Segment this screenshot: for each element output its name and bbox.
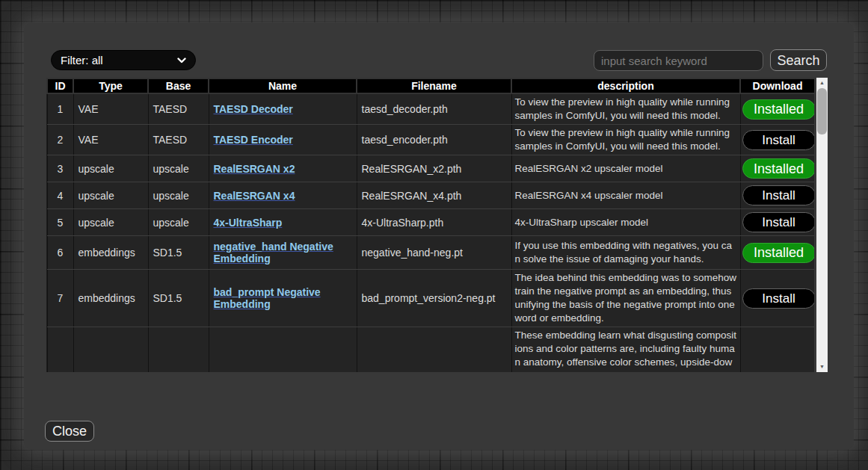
cell-type: VAE [73, 125, 148, 155]
cell-id: 7 [47, 270, 73, 327]
download-button[interactable]: Install [742, 130, 815, 150]
cell-name: TAESD Encoder [209, 125, 357, 155]
cell-type: upscale [73, 182, 148, 209]
cell-description: If you use this embedding with negatives… [511, 236, 740, 270]
cell-id: 6 [47, 236, 73, 270]
table-row: 7 embeddings SD1.5 bad_prompt Negative E… [47, 270, 814, 327]
cell-base: TAESD [148, 125, 209, 155]
cell-id: 4 [47, 182, 73, 209]
table-scrollbar[interactable]: ▲ ▼ [816, 78, 828, 372]
column-header-type: Type [73, 78, 148, 93]
cell-filename: RealESRGAN_x4.pth [357, 182, 511, 209]
cell-filename: negative_hand-neg.pt [357, 236, 511, 270]
cell-name: RealESRGAN x4 [209, 182, 357, 209]
model-name-link[interactable]: bad_prompt Negative Embedding [214, 286, 321, 310]
model-name-link[interactable]: TAESD Decoder [214, 103, 293, 115]
table-row: 4 upscale upscale RealESRGAN x4 RealESRG… [47, 182, 814, 209]
chevron-down-icon [177, 58, 186, 64]
cell-description: RealESRGAN x2 upscaler model [511, 155, 740, 182]
cell-type [73, 327, 148, 373]
table-row: 1 VAE TAESD TAESD Decoder taesd_decoder.… [47, 93, 814, 125]
cell-name: 4x-UltraSharp [209, 209, 357, 236]
download-button[interactable]: Install [742, 185, 815, 205]
column-header-name: Name [209, 78, 357, 93]
table-header-row: ID Type Base Name Filename description D… [47, 78, 814, 93]
cell-name: negative_hand Negative Embedding [209, 236, 357, 270]
table-row: These embedding learn what disgusting co… [47, 327, 814, 373]
column-header-base: Base [148, 78, 209, 93]
cell-download [740, 327, 814, 373]
cell-download: Installed [740, 155, 814, 182]
cell-id: 1 [47, 93, 73, 125]
cell-base: SD1.5 [148, 236, 209, 270]
close-button[interactable]: Close [45, 421, 94, 442]
cell-base: upscale [148, 155, 209, 182]
cell-filename: taesd_decoder.pth [357, 93, 511, 125]
cell-type: upscale [73, 155, 148, 182]
scroll-down-icon[interactable]: ▼ [816, 362, 828, 372]
cell-description: 4x-UltraSharp upscaler model [511, 209, 740, 236]
cell-description: To view the preview in high quality whil… [511, 125, 740, 155]
cell-base: upscale [148, 209, 209, 236]
cell-filename: taesd_encoder.pth [357, 125, 511, 155]
cell-base [148, 327, 209, 373]
models-table: ID Type Base Name Filename description D… [46, 78, 814, 372]
cell-download: Install [740, 209, 814, 236]
cell-filename: RealESRGAN_x2.pth [357, 155, 511, 182]
cell-description: These embedding learn what disgusting co… [511, 327, 740, 373]
download-button[interactable]: Install [742, 212, 815, 232]
cell-download: Install [740, 182, 814, 209]
filter-select[interactable]: Filter: all [51, 50, 196, 70]
table-row: 2 VAE TAESD TAESD Encoder taesd_encoder.… [47, 125, 814, 155]
cell-base: upscale [148, 182, 209, 209]
search-input[interactable] [594, 50, 763, 71]
cell-description: The idea behind this embedding was to so… [511, 270, 740, 327]
cell-filename [357, 327, 511, 373]
cell-type: embeddings [73, 270, 148, 327]
cell-id: 3 [47, 155, 73, 182]
cell-download: Install [740, 125, 814, 155]
cell-id: 5 [47, 209, 73, 236]
scrollbar-thumb[interactable] [817, 88, 827, 134]
cell-base: SD1.5 [148, 270, 209, 327]
install-models-dialog: Filter: all Search ID Type Base Name Fil… [24, 22, 854, 450]
cell-filename: bad_prompt_version2-neg.pt [357, 270, 511, 327]
column-header-filename: Filename [357, 78, 511, 93]
scroll-up-icon[interactable]: ▲ [816, 78, 828, 88]
cell-base: TAESD [148, 93, 209, 125]
cell-download: Installed [740, 236, 814, 270]
search-button[interactable]: Search [770, 49, 827, 71]
model-name-link[interactable]: RealESRGAN x2 [214, 163, 295, 175]
column-header-description: description [511, 78, 740, 93]
download-button[interactable]: Installed [742, 243, 815, 263]
model-name-link[interactable]: 4x-UltraSharp [214, 217, 283, 229]
column-header-id: ID [47, 78, 73, 93]
models-table-container[interactable]: ID Type Base Name Filename description D… [46, 78, 814, 372]
column-header-download: Download [740, 78, 814, 93]
table-row: 5 upscale upscale 4x-UltraSharp 4x-Ultra… [47, 209, 814, 236]
cell-id: 2 [47, 125, 73, 155]
cell-type: upscale [73, 209, 148, 236]
cell-download: Installed [740, 93, 814, 125]
cell-type: VAE [73, 93, 148, 125]
download-button[interactable]: Install [742, 288, 815, 309]
cell-name: bad_prompt Negative Embedding [209, 270, 357, 327]
cell-name [209, 327, 357, 373]
table-row: 3 upscale upscale RealESRGAN x2 RealESRG… [47, 155, 814, 182]
model-name-link[interactable]: RealESRGAN x4 [214, 190, 295, 202]
download-button[interactable]: Installed [742, 158, 815, 179]
download-button[interactable]: Installed [742, 99, 815, 120]
cell-id [47, 327, 73, 373]
cell-filename: 4x-UltraSharp.pth [357, 209, 511, 236]
cell-description: RealESRGAN x4 upscaler model [511, 182, 740, 209]
models-table-body: 1 VAE TAESD TAESD Decoder taesd_decoder.… [47, 93, 814, 372]
cell-description: To view the preview in high quality whil… [511, 93, 740, 125]
cell-type: embeddings [73, 236, 148, 270]
table-row: 6 embeddings SD1.5 negative_hand Negativ… [47, 236, 814, 270]
cell-name: TAESD Decoder [209, 93, 357, 125]
model-name-link[interactable]: TAESD Encoder [214, 134, 293, 146]
cell-name: RealESRGAN x2 [209, 155, 357, 182]
model-name-link[interactable]: negative_hand Negative Embedding [214, 241, 333, 265]
cell-download: Install [740, 270, 814, 327]
filter-select-value: Filter: all [61, 54, 103, 67]
